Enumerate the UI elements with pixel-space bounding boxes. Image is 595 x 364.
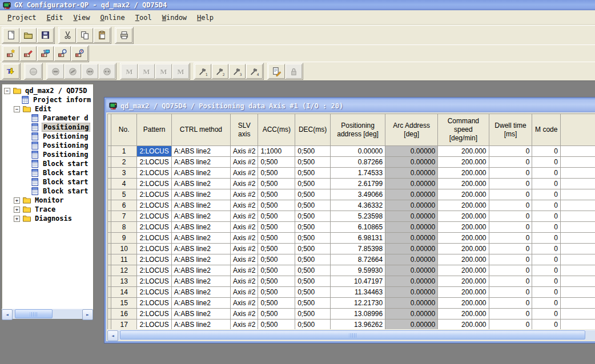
cut-button[interactable] — [59, 28, 76, 43]
table-cell-dec[interactable]: 0;500 — [295, 179, 331, 189]
table-cell-speed[interactable]: 200.000 — [438, 265, 489, 276]
table-cell-mcode[interactable]: 0 — [532, 298, 561, 309]
table-cell-mcode[interactable]: 0 — [532, 309, 561, 319]
table-cell-dwell[interactable]: 0 — [489, 319, 532, 330]
table-cell-dec[interactable]: 0;500 — [295, 276, 331, 287]
table-cell-pattern[interactable]: 2:LOCUS — [137, 254, 171, 265]
table-cell-ctrl[interactable]: A:ABS line2 — [171, 200, 230, 211]
open-project-button[interactable] — [20, 28, 37, 43]
expand-icon[interactable]: + — [14, 207, 20, 213]
table-cell-speed[interactable]: 200.000 — [438, 244, 489, 254]
tree-horizontal-scrollbar[interactable]: ◄ ► — [2, 309, 93, 319]
table-cell-arc[interactable]: 0.00000 — [385, 200, 438, 211]
table-cell-pattern[interactable]: 2:LOCUS — [137, 276, 171, 287]
table-cell-arc[interactable]: 0.00000 — [385, 319, 438, 330]
tree-item-qd-max2-qd75d[interactable]: −qd_max2 / QD75D — [2, 86, 93, 95]
table-cell-pos[interactable]: 0.87266 — [330, 157, 385, 168]
table-cell-dwell[interactable]: 0 — [489, 200, 532, 211]
table-cell-dwell[interactable]: 0 — [489, 179, 532, 189]
table-cell-ctrl[interactable]: A:ABS line2 — [171, 265, 230, 276]
table-cell-pattern[interactable]: 2:LOCUS — [137, 200, 171, 211]
column-header-dwell[interactable]: Dwell time [ms] — [489, 114, 532, 146]
table-cell-dec[interactable]: 0;500 — [295, 244, 331, 254]
table-cell-no[interactable]: 5 — [111, 189, 136, 200]
grid-scrollbar-track[interactable] — [118, 330, 595, 340]
table-cell-ctrl[interactable]: A:ABS line2 — [171, 168, 230, 179]
table-cell-dwell[interactable]: 0 — [489, 265, 532, 276]
column-header-mcode[interactable]: M code — [532, 114, 561, 146]
table-cell-ctrl[interactable]: A:ABS line2 — [171, 244, 230, 254]
table-cell-acc[interactable]: 0;500 — [258, 200, 295, 211]
test-tool-button-1[interactable]: 1 — [195, 64, 211, 79]
table-cell-arc[interactable]: 0.00000 — [385, 276, 438, 287]
table-cell-no[interactable]: 9 — [111, 233, 136, 244]
table-cell-slv[interactable]: Axis #2 — [231, 222, 258, 233]
tree-scrollbar-track[interactable] — [13, 309, 82, 319]
table-cell-speed[interactable]: 200.000 — [438, 211, 489, 222]
table-cell-dwell[interactable]: 0 — [489, 222, 532, 233]
table-cell-dwell[interactable]: 0 — [489, 287, 532, 298]
table-cell-ctrl[interactable]: A:ABS line2 — [171, 287, 230, 298]
table-cell-pattern[interactable]: 2:LOCUS — [137, 244, 171, 254]
menu-window[interactable]: Window — [157, 12, 192, 23]
table-cell-pos[interactable]: 9.59930 — [330, 265, 385, 276]
table-cell-ctrl[interactable]: A:ABS line2 — [171, 157, 230, 168]
new-module-button[interactable] — [3, 46, 19, 61]
table-cell-slv[interactable]: Axis #2 — [231, 189, 258, 200]
table-cell-speed[interactable]: 200.000 — [438, 287, 489, 298]
table-cell-dwell[interactable]: 0 — [489, 157, 532, 168]
menu-online[interactable]: Online — [95, 12, 130, 23]
table-cell-speed[interactable]: 200.000 — [438, 146, 489, 157]
table-cell-arc[interactable]: 0.00000 — [385, 211, 438, 222]
table-cell-slv[interactable]: Axis #2 — [231, 309, 258, 319]
scroll-left-arrow-icon[interactable]: ◄ — [107, 330, 118, 341]
tree-item-block-start[interactable]: Block start — [2, 168, 93, 177]
table-cell-dec[interactable]: 0;500 — [295, 200, 331, 211]
menu-tool[interactable]: Tool — [130, 12, 157, 23]
table-cell-pattern[interactable]: 2:LOCUS — [137, 265, 171, 276]
table-cell-slv[interactable]: Axis #2 — [231, 276, 258, 287]
tree-item-positioning[interactable]: Positioning — [2, 150, 93, 159]
table-cell-no[interactable]: 10 — [111, 244, 136, 254]
tree-item-trace[interactable]: +Trace — [2, 205, 93, 214]
tree-scrollbar-thumb[interactable] — [15, 309, 53, 318]
table-cell-mcode[interactable]: 0 — [532, 276, 561, 287]
tree-item-parameter-d[interactable]: Parameter d — [2, 114, 93, 123]
table-cell-speed[interactable]: 200.000 — [438, 200, 489, 211]
table-cell-dec[interactable]: 0;500 — [295, 298, 331, 309]
table-cell-pos[interactable]: 7.85398 — [330, 244, 385, 254]
table-cell-pos[interactable]: 10.47197 — [330, 276, 385, 287]
table-cell-ctrl[interactable]: A:ABS line2 — [171, 146, 230, 157]
table-cell-arc[interactable]: 0.00000 — [385, 179, 438, 189]
print-button[interactable] — [116, 28, 132, 43]
table-cell-dec[interactable]: 0;500 — [295, 287, 331, 298]
table-cell-pattern[interactable]: 2:LOCUS — [137, 233, 171, 244]
table-cell-mcode[interactable]: 0 — [532, 211, 561, 222]
table-cell-dwell[interactable]: 0 — [489, 244, 532, 254]
table-cell-slv[interactable]: Axis #2 — [231, 146, 258, 157]
table-cell-speed[interactable]: 200.000 — [438, 319, 489, 330]
table-cell-acc[interactable]: 0;500 — [258, 265, 295, 276]
table-cell-pattern[interactable]: 2:LOCUS — [137, 287, 171, 298]
table-cell-dec[interactable]: 0;500 — [295, 157, 331, 168]
table-cell-dwell[interactable]: 0 — [489, 309, 532, 319]
table-cell-no[interactable]: 17 — [111, 319, 136, 330]
table-cell-pattern[interactable]: 2:LOCUS — [137, 168, 171, 179]
table-cell-acc[interactable]: 0;500 — [258, 233, 295, 244]
table-cell-dwell[interactable]: 0 — [489, 233, 532, 244]
table-cell-no[interactable]: 16 — [111, 309, 136, 319]
table-cell-pattern[interactable]: 2:LOCUS — [137, 298, 171, 309]
table-cell-no[interactable]: 3 — [111, 168, 136, 179]
test-tool-button-3[interactable]: 3 — [229, 64, 246, 79]
scroll-left-arrow-icon[interactable]: ◄ — [2, 309, 13, 320]
tree-item-diagnosis[interactable]: +Diagnosis — [2, 214, 93, 223]
table-cell-acc[interactable]: 0;500 — [258, 276, 295, 287]
collapse-icon[interactable]: − — [14, 106, 20, 112]
table-cell-arc[interactable]: 0.00000 — [385, 146, 438, 157]
tree-item-edit[interactable]: −Edit — [2, 104, 93, 114]
table-cell-no[interactable]: 4 — [111, 179, 136, 189]
tree-item-project-inform[interactable]: Project inform — [2, 95, 93, 104]
table-cell-pos[interactable]: 1.74533 — [330, 168, 385, 179]
column-header-pattern[interactable]: Pattern — [137, 114, 171, 146]
table-cell-no[interactable]: 11 — [111, 254, 136, 265]
